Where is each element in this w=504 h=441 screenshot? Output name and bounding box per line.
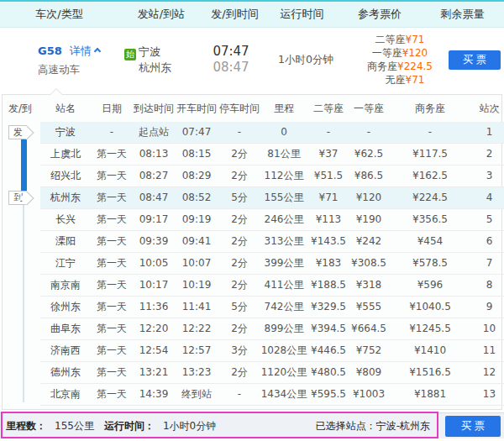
stop-sequence-cell: 2 [472, 144, 504, 165]
station-name-cell: 德州东 [40, 362, 91, 384]
second-class-price-cell: ¥183 [307, 253, 349, 275]
date-cell: - [91, 122, 133, 144]
business-class-price-cell: ¥1040.5 [388, 297, 472, 318]
arrive-time-cell: 09:39 [133, 231, 175, 253]
distance-cell: 81公里 [260, 144, 307, 165]
business-class-price-cell: ¥1410 [388, 340, 472, 362]
second-class-price-cell: ¥595.5 [307, 384, 349, 406]
second-class-price-cell: ¥51.5 [307, 165, 349, 187]
distance-cell: 411公里 [260, 275, 307, 297]
first-class-price-cell: ¥120 [349, 187, 388, 209]
stop-sequence-cell: 12 [472, 362, 504, 384]
distance-cell: 313公里 [260, 231, 307, 253]
duration-label: 1小时0分钟 [278, 53, 333, 66]
col-header-remaining: 剩余票量 [421, 7, 504, 22]
station-row[interactable]: 绍兴北 第一天 08:27 08:29 2分 112公里 ¥51.5 ¥86.5… [3, 165, 501, 187]
buy-cell: 买票 [445, 50, 504, 70]
station-name-cell: 溧阳 [40, 231, 91, 253]
station-row[interactable]: 溧阳 第一天 09:39 09:41 2分 313公里 ¥143.5 ¥242 … [3, 231, 501, 253]
distance-cell: 155公里 [260, 187, 307, 209]
origin-badge-icon: 始 [124, 49, 136, 60]
station-name-cell: 绍兴北 [40, 165, 91, 187]
business-class-price-cell: ¥356.5 [388, 209, 472, 231]
details-toggle-link[interactable]: 详情 [70, 45, 100, 57]
distance-cell: 112公里 [260, 165, 307, 187]
selected-stations-label: 已选择站点：宁波-杭州东 [316, 419, 430, 433]
stop-duration-cell: 2分 [218, 318, 260, 340]
second-class-price: ¥71 [406, 34, 425, 45]
station-row[interactable]: 德州东 第一天 13:21 13:23 2分 1120公里 ¥480.5 ¥80… [3, 362, 501, 384]
first-class-price-cell: ¥555 [349, 297, 388, 318]
station-row[interactable]: 发 宁波 - 起点站 07:47 - 0 - - - 1 [3, 122, 501, 144]
arrive-time-label: 08:47 [193, 60, 269, 76]
station-row[interactable]: 北京南 第一天 14:39 终到站 - 1434公里 ¥595.5 ¥1003 … [3, 384, 501, 406]
second-class-price-cell: - [307, 122, 349, 144]
second-class-price-cell: ¥446.5 [307, 340, 349, 362]
distance-cell: 1028公里 [260, 340, 307, 362]
first-class-price-cell: ¥190 [349, 209, 388, 231]
stop-sequence-cell: 10 [472, 318, 504, 340]
business-class-price-cell: ¥224.5 [388, 187, 472, 209]
distance-value: 155公里 [55, 419, 94, 433]
col-header-stations: 发站/到站 [118, 7, 204, 22]
first-class-price-cell: ¥1003 [349, 384, 388, 406]
depart-time-cell: 10:07 [175, 253, 218, 275]
stop-duration-cell: - [218, 122, 260, 144]
second-class-price-cell: ¥188.5 [307, 275, 349, 297]
second-class-price-cell: ¥480.5 [307, 362, 349, 384]
arrive-time-cell: 起点站 [133, 122, 175, 144]
business-class-price-cell: ¥162.5 [388, 165, 472, 187]
chevron-up-icon [94, 48, 101, 55]
times-cell: 07:47 08:47 [193, 44, 269, 76]
depart-time-cell: 08:52 [175, 187, 218, 209]
distance-label: 里程数： [6, 419, 46, 433]
depart-arrive-badge: 到 [8, 191, 27, 205]
depart-time-cell: 12:22 [175, 318, 218, 340]
date-cell: 第一天 [91, 231, 133, 253]
station-name-cell: 徐州东 [40, 297, 91, 318]
buy-ticket-button[interactable]: 买票 [449, 50, 501, 70]
station-row[interactable]: 曲阜东 第一天 12:20 12:22 2分 899公里 ¥394.5 ¥664… [3, 318, 501, 340]
second-class-price-cell: ¥37 [307, 144, 349, 165]
station-row[interactable]: 到 杭州东 第一天 08:47 08:52 5分 155公里 ¥71 ¥120 … [3, 187, 501, 209]
business-class-price-cell: ¥578.5 [388, 253, 472, 275]
first-class-price: ¥120 [402, 47, 428, 59]
station-name-cell: 济南西 [40, 340, 91, 362]
station-row[interactable]: 上虞北 第一天 08:13 08:15 2分 81公里 ¥37 ¥62.5 ¥1… [3, 144, 501, 165]
footer-buy-ticket-button[interactable]: 买票 [445, 416, 501, 437]
col-header-train-type: 车次/类型 [0, 7, 118, 22]
station-row[interactable]: 长兴 第一天 09:17 09:19 2分 246公里 ¥113 ¥190 ¥3… [3, 209, 501, 231]
arrive-time-cell: 13:21 [133, 362, 175, 384]
arrive-time-cell: 11:36 [133, 297, 175, 318]
station-name-cell: 宁波 [40, 122, 91, 144]
date-cell: 第一天 [91, 362, 133, 384]
stops-table-body: 发 宁波 - 起点站 07:47 - 0 - - - 1 上虞北 第一天 08:… [3, 122, 501, 406]
business-class-price-cell: - [388, 122, 472, 144]
stations-cell: 始宁波 杭州东 [124, 45, 193, 76]
station-row[interactable]: 徐州东 第一天 11:36 11:41 5分 742公里 ¥329.5 ¥555… [3, 297, 501, 318]
second-class-price-cell: ¥71 [307, 187, 349, 209]
depart-time-cell: 11:41 [175, 297, 218, 318]
depart-time-cell: 08:29 [175, 165, 218, 187]
business-class-price-cell: ¥454 [388, 231, 472, 253]
business-class-price-cell: ¥117.5 [388, 144, 472, 165]
distance-cell: 1434公里 [260, 384, 307, 406]
distance-cell: 246公里 [260, 209, 307, 231]
details-label: 详情 [70, 45, 92, 57]
depart-time-cell: 终到站 [175, 384, 218, 406]
date-cell: 第一天 [91, 144, 133, 165]
station-row[interactable]: 江宁 第一天 10:05 10:07 2分 399公里 ¥183 ¥308.5 … [3, 253, 501, 275]
stop-duration-cell: 2分 [218, 275, 260, 297]
stop-sequence-cell: 11 [472, 340, 504, 362]
station-name-cell: 江宁 [40, 253, 91, 275]
arrive-time-cell: 09:17 [133, 209, 175, 231]
first-class-price-cell: ¥242 [349, 231, 388, 253]
arrive-time-cell: 08:13 [133, 144, 175, 165]
station-name-cell: 上虞北 [40, 144, 91, 165]
station-row[interactable]: 南京南 第一天 10:17 10:19 2分 411公里 ¥188.5 ¥318… [3, 275, 501, 297]
no-seat-price: ¥71 [406, 74, 425, 86]
stop-sequence-cell: 8 [472, 275, 504, 297]
station-row[interactable]: 济南西 第一天 12:54 12:57 3分 1028公里 ¥446.5 ¥75… [3, 340, 501, 362]
stops-table-header: 发/到站 站名 日期 到达时间 开车时间 停车时间 里程 二等座 一等座 商务座… [3, 95, 501, 122]
run-duration-label: 运行时间： [104, 419, 155, 433]
